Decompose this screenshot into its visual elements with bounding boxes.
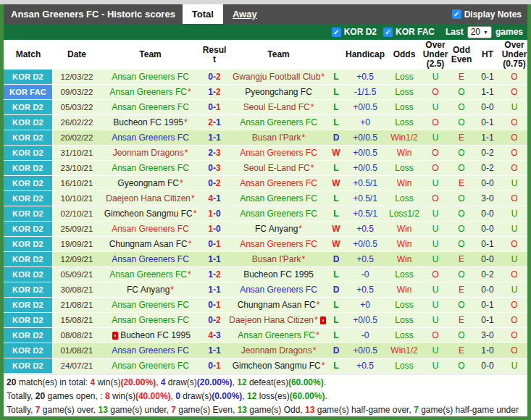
over-under-2-5-flag: U — [422, 343, 448, 358]
team-name[interactable]: Bucheon FC 1995 — [120, 330, 191, 340]
odd-even-flag: O — [448, 115, 474, 130]
handicap-value: +0.5 — [344, 70, 386, 84]
over-under-2-5-flag: U — [422, 252, 448, 266]
team-name[interactable]: Ansan Greeners FC — [112, 72, 189, 82]
score-cell: 4-3 — [200, 328, 229, 343]
display-notes-label: Display Notes — [464, 9, 522, 20]
team-name[interactable]: Ansan Greeners FC — [240, 193, 317, 203]
home-score: 4 — [208, 330, 213, 340]
away-score: 1 — [216, 193, 221, 203]
odd-even-flag: E — [448, 70, 474, 84]
odd-even-flag: E — [448, 343, 474, 358]
home-team-cell: Bucheon FC 1995 — [101, 328, 200, 343]
team-name[interactable]: Bucheon FC 1995 — [113, 117, 183, 127]
team-name[interactable]: Ansan Greeners FC — [240, 148, 317, 158]
team-name[interactable]: Daejeon Hana Citizen — [106, 193, 191, 203]
team-name[interactable]: Daejeon Hana Citizen — [229, 315, 314, 325]
home-score: 0 — [208, 315, 213, 325]
kor-fac-checkbox[interactable]: ✓ — [383, 28, 393, 37]
odd-even-flag: O — [448, 298, 474, 312]
home-team-cell: Ansan Greeners FC — [101, 70, 200, 84]
team-name[interactable]: Gwangju Football Club — [233, 72, 320, 82]
over-under-2-5-flag: O — [422, 161, 448, 175]
result-letter: W — [328, 176, 344, 190]
team-name[interactable]: Ansan Greeners FC — [112, 224, 189, 234]
tab-away[interactable]: Away — [223, 4, 267, 24]
home-mark-asterisk: * — [188, 239, 192, 249]
ht-score: 0-0 — [474, 252, 501, 266]
display-notes-checkbox[interactable]: ✓ — [452, 9, 461, 19]
team-name[interactable]: Ansan Greeners FC — [112, 163, 189, 173]
team-name[interactable]: Gimcheon Sangmu FC — [233, 361, 321, 371]
team-name[interactable]: Chungnam Asan FC — [109, 239, 188, 249]
team-name[interactable]: Busan I'Park — [252, 133, 301, 143]
team-name[interactable]: Ansan Greeners FC — [240, 178, 317, 188]
over-under-0-75-flag: U — [501, 358, 528, 373]
home-team-cell: Ansan Greeners FC* — [101, 85, 200, 99]
odds-result: Loss — [386, 358, 422, 373]
team-name[interactable]: Ansan Greeners FC — [112, 361, 189, 371]
games-count-select[interactable]: 20 ▼ — [467, 26, 492, 38]
away-team-cell: Ansan Greeners FC* — [229, 328, 328, 343]
team-name[interactable]: Ansan Greeners FC — [112, 345, 189, 356]
team-name[interactable]: Ansan Greeners FC — [240, 239, 317, 249]
handicap-value: +0/0.5 — [344, 343, 386, 358]
last-label: Last — [446, 27, 464, 37]
team-name[interactable]: Ansan Greeners FC — [112, 133, 189, 143]
summary-line-handicap: Totally, 20 games open, : 8 win(s)(40.00… — [7, 390, 524, 403]
table-row: KOR D2 30/08/21 FC Anyang* 1-1 Ansan Gre… — [4, 282, 527, 298]
team-name[interactable]: FC Anyang — [255, 224, 298, 234]
team-name[interactable]: Ansan Greeners FC — [112, 315, 189, 325]
team-name[interactable]: FC Anyang — [127, 285, 170, 295]
team-name[interactable]: Ansan Greeners FC — [112, 254, 189, 264]
display-notes-toggle[interactable]: ✓ Display Notes — [452, 9, 527, 20]
table-row: KOR D2 12/03/22 Ansan Greeners FC 0-2 Gw… — [4, 70, 527, 85]
result-letter: L — [328, 298, 344, 312]
result-letter: L — [328, 328, 344, 343]
team-name[interactable]: Busan I'Park — [252, 254, 301, 264]
home-mark-asterisk: * — [313, 345, 317, 356]
away-team-cell: Ansan Greeners FC — [229, 282, 328, 297]
team-name[interactable]: Jeonnam Dragons — [113, 148, 184, 158]
team-name[interactable]: Gimcheon Sangmu FC — [104, 209, 193, 219]
team-name[interactable]: Chungnam Asan FC — [238, 300, 316, 310]
home-mark-asterisk: * — [322, 361, 325, 371]
table-row: KOR D2 31/10/21 Jeonnam Dragons* 2-3 Ans… — [4, 146, 527, 161]
team-name[interactable]: Ansan Greeners FC — [112, 102, 189, 112]
away-team-cell: Ansan Greeners FC — [229, 146, 328, 160]
home-score: 2 — [208, 117, 213, 127]
team-name[interactable]: Pyeongchang FC — [245, 87, 312, 97]
over-under-2-5-flag: O — [422, 328, 448, 343]
result-letter: D — [328, 252, 344, 266]
team-name[interactable]: Seoul E-Land FC — [243, 102, 310, 112]
over-under-2-5-flag: U — [422, 130, 448, 145]
score-cell: 0-1 — [200, 237, 229, 251]
over-under-2-5-flag: U — [422, 358, 448, 373]
team-name[interactable]: Gyeongnam FC — [117, 178, 179, 188]
title-bar: Ansan Greeners FC - Historic scores Tota… — [4, 4, 527, 24]
team-name[interactable]: Bucheon FC 1995 — [243, 269, 314, 280]
team-name[interactable]: Ansan Greeners FC — [112, 300, 189, 310]
over-under-0-75-flag: O — [501, 70, 528, 84]
away-score: 2 — [216, 315, 221, 325]
team-name[interactable]: Ansan Greeners FC — [240, 117, 317, 127]
home-team-cell: Ansan Greeners FC — [101, 222, 200, 236]
home-team-cell: Ansan Greeners FC — [101, 358, 200, 373]
team-name[interactable]: Ansan Greeners FC — [240, 285, 317, 295]
team-name[interactable]: Ansan Greeners FC — [238, 330, 315, 340]
team-name[interactable]: Ansan Greeners FC — [109, 269, 187, 280]
score-cell: 0-2 — [200, 176, 229, 190]
away-score: 1 — [216, 300, 221, 310]
away-score: 2 — [216, 178, 221, 188]
team-name[interactable]: Jeonnam Dragons — [241, 345, 312, 356]
team-name[interactable]: Ansan Greeners FC — [240, 209, 317, 219]
team-name[interactable]: Seoul E-Land FC — [243, 163, 310, 173]
home-team-cell: Ansan Greeners FC — [101, 130, 200, 145]
home-team-cell: Ansan Greeners FC — [101, 298, 200, 312]
kor-d2-checkbox[interactable]: ✓ — [332, 28, 341, 37]
tab-total[interactable]: Total — [183, 4, 223, 24]
away-score: 2 — [216, 269, 221, 280]
odds-result: Loss — [386, 100, 422, 114]
table-row: KOR D2 25/09/21 Ansan Greeners FC 1-0 FC… — [4, 222, 527, 237]
team-name[interactable]: Ansan Greeners FC — [109, 87, 187, 97]
